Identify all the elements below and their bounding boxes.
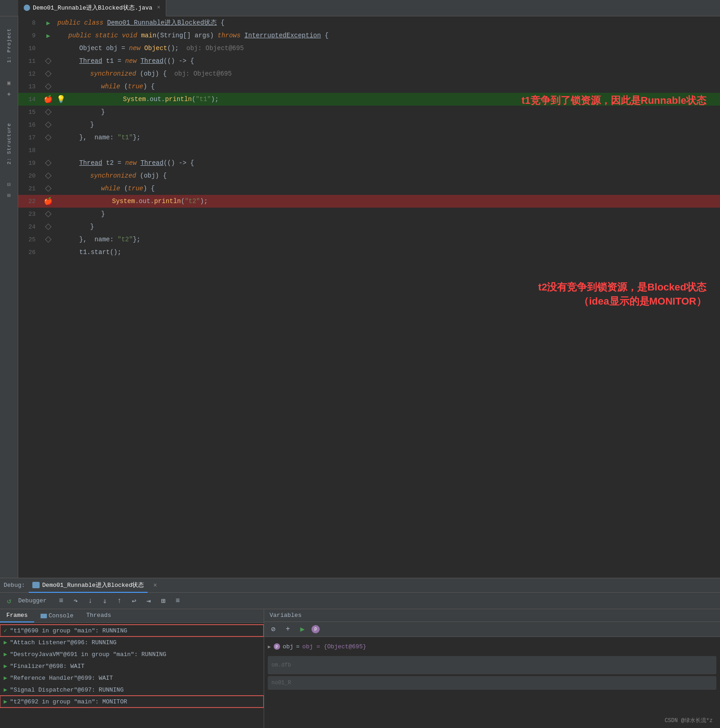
line-gutter-19	[41, 161, 56, 165]
collapsed-panel-2: no01_R	[268, 676, 716, 690]
code-line-25: 25}, name: "t2"};	[18, 233, 720, 246]
force-step-into-button[interactable]: ⇓	[99, 596, 110, 606]
line-content-14: System.out.println("t1");	[66, 93, 720, 106]
tab-threads[interactable]: Threads	[80, 609, 117, 622]
thread-item-signal[interactable]: ▶"Signal Dispatcher"@697: RUNNING	[0, 684, 264, 696]
main-area: 1: Project ▣ ◈ 2: Structure ⊟ ⊞ 8▶public…	[0, 16, 720, 578]
line-content-25: }, name: "t2"};	[56, 233, 720, 246]
line-gutter-16	[41, 122, 56, 127]
line-number-18: 18	[18, 147, 41, 154]
line-number-19: 19	[18, 160, 41, 167]
sidebar-icon-3[interactable]: ⊟	[2, 179, 16, 190]
filter-button[interactable]: ⊘	[268, 624, 279, 635]
thread-item-refhandler[interactable]: ▶"Reference Handler"@699: WAIT	[0, 672, 264, 684]
code-lines: 8▶public class Demo01_Runnable进入Blocked状…	[18, 16, 720, 259]
debug-diamond-icon	[45, 236, 51, 243]
code-line-9: 9▶public static void main(String[] args)…	[18, 29, 720, 42]
show-execution-point-button[interactable]: ≡	[56, 596, 66, 606]
line-gutter-12	[41, 71, 56, 76]
debug-content: Frames Console Threads ✓"t1"@690 in grou…	[0, 609, 720, 728]
var-obj-value: obj = {Object@695}	[302, 643, 366, 650]
debug-diamond-icon	[45, 83, 51, 90]
step-into-button[interactable]: ↓	[85, 596, 96, 606]
sidebar-icon-4[interactable]: ⊞	[2, 190, 16, 201]
var-obj-name: obj	[283, 643, 293, 650]
threads-list: ✓"t1"@690 in group "main": RUNNING▶"Atta…	[0, 623, 264, 728]
t2-annotation: t2没有竞争到锁资源，是Blocked状态（idea显示的是MONITOR）	[538, 280, 706, 309]
thread-label: "Reference Handler"@699: WAIT	[10, 675, 113, 682]
resume-button[interactable]: ▶	[297, 624, 308, 635]
java-file-icon	[24, 5, 30, 11]
thread-item-finalizer[interactable]: ▶"Finalizer"@698: WAIT	[0, 660, 264, 672]
var-obj-type-icon: p	[274, 643, 280, 650]
line-content-23: }	[56, 208, 720, 220]
thread-item-destroy[interactable]: ▶"DestroyJavaVM"@691 in group "main": RU…	[0, 648, 264, 660]
debug-tab-close[interactable]: ×	[153, 582, 157, 589]
code-line-10: 10Object obj = new Object(); obj: Object…	[18, 42, 720, 55]
step-over-button[interactable]: ↷	[70, 596, 81, 606]
line-gutter-22: 🍎	[41, 197, 56, 206]
line-content-12: synchronized (obj) { obj: Object@695	[56, 67, 720, 80]
code-line-8: 8▶public class Demo01_Runnable进入Blocked状…	[18, 16, 720, 29]
thread-check-icon: ✓	[4, 627, 7, 634]
step-out-button[interactable]: ↑	[114, 596, 125, 606]
thread-item-t2[interactable]: ▶"t2"@692 in group "main": MONITOR	[0, 696, 264, 708]
line-content-9: public static void main(String[] args) t…	[56, 29, 720, 42]
line-gutter-21	[41, 186, 56, 191]
variables-content: ▶ p obj = obj = {Object@695} om.dfb no01…	[264, 637, 720, 728]
thread-item-t1[interactable]: ✓"t1"@690 in group "main": RUNNING	[0, 625, 264, 636]
code-line-18: 18	[18, 144, 720, 157]
variables-label: Variables	[270, 612, 301, 619]
project-label[interactable]: 1: Project	[6, 25, 12, 66]
code-line-14: 14🍎💡System.out.println("t1");	[18, 93, 720, 106]
breakpoint-icon[interactable]: 🍎	[44, 197, 53, 206]
tab-frames[interactable]: Frames	[0, 609, 34, 622]
layout-button[interactable]: ≡	[172, 596, 183, 606]
code-line-26: 26t1.start();	[18, 246, 720, 259]
tab-console[interactable]: Console	[34, 609, 80, 622]
thread-item-attach[interactable]: ▶"Attach Listener"@696: RUNNING	[0, 636, 264, 648]
breakpoint-icon[interactable]: 🍎	[44, 95, 53, 104]
debug-diamond-icon	[45, 122, 51, 128]
line-gutter-25	[41, 237, 56, 242]
line-gutter-20	[41, 173, 56, 178]
debug-diamond-icon	[45, 71, 51, 77]
var-expand-icon[interactable]: ▶	[268, 644, 271, 650]
code-editor: 8▶public class Demo01_Runnable进入Blocked状…	[18, 16, 720, 578]
line-number-16: 16	[18, 122, 41, 128]
tab-bar: Demo01_Runnable进入Blocked状态.java ×	[0, 0, 720, 16]
debugger-label: Debugger	[18, 597, 46, 604]
lightbulb-icon[interactable]: 💡	[56, 95, 66, 104]
tab-close-button[interactable]: ×	[157, 5, 160, 11]
line-content-15: }	[56, 106, 720, 118]
structure-label[interactable]: 2: Structure	[6, 119, 12, 168]
sidebar-icon-1[interactable]: ▣	[2, 77, 16, 88]
variables-panel: Variables ⊘ + ▶ p ▶ p obj = obj = {Objec…	[264, 609, 720, 728]
thread-label: "DestroyJavaVM"@691 in group "main": RUN…	[10, 651, 166, 658]
line-number-10: 10	[18, 45, 41, 52]
evaluate-expression-button[interactable]: ⇥	[143, 596, 154, 606]
code-line-11: 11Thread t1 = new Thread(() -> {	[18, 55, 720, 67]
thread-label: "Finalizer"@698: WAIT	[10, 663, 85, 670]
debug-session-tab[interactable]: Demo01_Runnable进入Blocked状态	[29, 578, 148, 593]
run-arrow-icon[interactable]: ▶	[46, 19, 50, 27]
line-number-9: 9	[18, 32, 41, 39]
frames-button[interactable]: ⊞	[158, 596, 169, 606]
editor-tab[interactable]: Demo01_Runnable进入Blocked状态.java ×	[18, 0, 166, 16]
restart-debug-button[interactable]: ↺	[4, 596, 15, 606]
thread-run-icon: ▶	[4, 651, 7, 658]
line-content-20: synchronized (obj) {	[56, 169, 720, 182]
line-content-17: }, name: "t1"};	[56, 131, 720, 144]
line-number-15: 15	[18, 109, 41, 116]
run-to-cursor-button[interactable]: ↩	[128, 596, 139, 606]
run-arrow-icon[interactable]: ▶	[46, 32, 50, 40]
sidebar-icon-2[interactable]: ◈	[2, 88, 16, 99]
line-number-25: 25	[18, 236, 41, 243]
add-to-watches-button[interactable]: +	[282, 624, 293, 635]
thread-label: "t2"@692 in group "main": MONITOR	[10, 698, 127, 705]
line-content-21: while (true) {	[56, 182, 720, 195]
line-content-24: }	[56, 220, 720, 233]
thread-run-icon: ▶	[4, 639, 7, 646]
line-number-26: 26	[18, 249, 41, 256]
debug-diamond-icon	[45, 134, 51, 141]
